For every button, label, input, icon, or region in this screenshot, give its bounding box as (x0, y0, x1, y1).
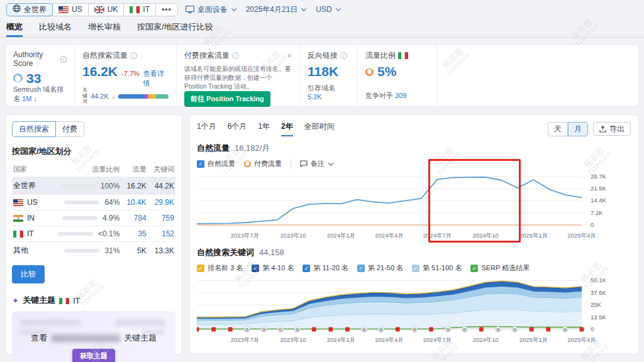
nav-tab-按国家/地区进行比较[interactable]: 按国家/地区进行比较 (137, 21, 213, 37)
region-tab-全世界[interactable]: 全世界 (6, 3, 53, 16)
legend-item[interactable]: ✓第 51-100 名 (412, 263, 462, 273)
svg-text:2025年4月: 2025年4月 (567, 336, 596, 343)
legend-item[interactable]: ✓SERP 精选结果 (470, 263, 530, 273)
notes-dropdown[interactable]: 备注 (300, 159, 333, 168)
svg-text:G: G (296, 327, 299, 332)
region-tab-label: UK (108, 5, 118, 14)
country-label: 全世界 (13, 180, 36, 191)
range-tab-全部时间[interactable]: 全部时间 (304, 121, 335, 136)
nav-tab-增长审核[interactable]: 增长审核 (88, 21, 121, 37)
table-row[interactable]: 全世界100%16.2K44.2K (12, 177, 175, 195)
svg-text:2024年7月: 2024年7月 (423, 336, 452, 343)
compare-button[interactable]: 比较 (12, 265, 45, 283)
granularity-toggle: 天月 (548, 122, 588, 136)
region-tab-uk[interactable]: UK (88, 3, 124, 16)
range-tab-1个月[interactable]: 1个月 (197, 121, 216, 136)
legend-item[interactable]: ✓排名前 3 名 (197, 263, 243, 273)
topics-title: 关键主题 (23, 295, 55, 306)
table-row[interactable]: IT<0.1%35152 (12, 226, 175, 242)
keywords-chart[interactable]: 012.5K25K37.6K50.1K2023年7月2023年102024年1月… (197, 273, 631, 347)
legend-item[interactable]: ✓第 11-20 名 (303, 263, 348, 273)
granularity-天[interactable]: 天 (548, 122, 568, 136)
traffic-value: 35 (121, 226, 147, 242)
svg-text:G: G (513, 327, 517, 332)
svg-text:25K: 25K (591, 301, 602, 308)
traffic-value: 784 (121, 211, 147, 226)
share-cell: 64% (44, 195, 121, 211)
svg-text:2024年10: 2024年10 (472, 232, 498, 239)
competitors-value[interactable]: 309 (395, 92, 406, 99)
device-dropdown[interactable]: 桌面设备 (183, 4, 238, 15)
legend-label: 第 11-20 名 (313, 263, 348, 273)
more-regions-button[interactable]: ••• (155, 3, 178, 16)
share-bar-track (58, 232, 93, 236)
range-tab-6个月[interactable]: 6个月 (228, 121, 247, 136)
organic-traffic-chart[interactable]: 07.2K14.4K21.5K28.7K2023年7月2023年102024年1… (197, 168, 631, 243)
svg-text:G: G (463, 327, 467, 332)
authority-score-section: Authority Scorei 33 Semrush 域名排名 1M ↓ (6, 45, 75, 106)
share-value: 4.9% (103, 214, 119, 222)
position-tracking-button[interactable]: 前往 Position Tracking (184, 91, 270, 107)
semrush-domain-overview-page: 全世界USUKIT••• 桌面设备 2025年4月21日 USD 概览比较域名增… (0, 0, 644, 362)
region-tab-us[interactable]: US (52, 3, 88, 16)
date-dropdown[interactable]: 2025年4月21日 (243, 4, 309, 15)
keywords-value: 152 (148, 226, 175, 242)
keywords-value: 44.2K (148, 177, 175, 195)
view-details-link[interactable]: 查看详情 (143, 69, 169, 88)
ref-domains-value[interactable]: 5.2K (308, 93, 322, 101)
italy-flag-icon (398, 52, 408, 59)
overlay-prefix: 查看 (31, 333, 47, 343)
domain-rank-value[interactable]: 1M (22, 95, 31, 102)
svg-text:2025年1月: 2025年1月 (519, 232, 548, 239)
legend-label: 付费流量 (254, 159, 282, 168)
table-row[interactable]: 其他31%5K13.3K (12, 242, 175, 260)
legend-paid-traffic[interactable]: 付费流量 (244, 159, 282, 168)
svg-text:G: G (496, 327, 500, 332)
date-label: 2025年4月21日 (246, 4, 298, 15)
legend-label: 自然流量 (208, 159, 235, 168)
info-icon[interactable]: i (130, 52, 137, 59)
countries-heading: 按国家/地区划分 (12, 146, 175, 157)
range-tab-1年[interactable]: 1年 (258, 121, 270, 136)
svg-text:G: G (413, 327, 416, 332)
range-tab-2年[interactable]: 2年 (281, 121, 293, 136)
gauge-icon (13, 74, 23, 83)
table-row[interactable]: US64%10.4K29.9K (12, 195, 175, 211)
region-tab-it[interactable]: IT (123, 3, 155, 16)
checkbox-checked-icon: ✓ (470, 265, 478, 272)
traffic-share-value: 5% (377, 65, 396, 78)
keywords-count[interactable]: 44.2K (91, 92, 109, 100)
share-cell: 31% (44, 242, 121, 260)
legend-item[interactable]: ✓第 21-50 名 (357, 263, 403, 273)
paid-traffic-section: 付费搜索流量i✕ 该域名可能是新的或现在没有排名。要获得付费流量的数据，创建一个… (177, 45, 300, 106)
currency-dropdown[interactable]: USD (313, 5, 342, 14)
chevron-down-icon (335, 6, 340, 11)
granularity-月[interactable]: 月 (568, 122, 588, 136)
share-value: <0.1% (98, 229, 119, 238)
legend-item[interactable]: ✓第 4-10 名 (252, 263, 294, 273)
legend-organic-traffic[interactable]: ✓ 自然流量 (197, 159, 235, 168)
comment-icon (300, 160, 308, 167)
topics-heading: ✦ 关键主题 IT (12, 295, 175, 306)
info-icon[interactable]: i (60, 56, 67, 63)
toggle-自然搜索[interactable]: 自然搜索 (12, 121, 56, 137)
nav-tab-概览[interactable]: 概览 (6, 21, 23, 37)
share-bar-track (64, 249, 99, 253)
keywords-chart-title: 自然搜索关键词 44,158 (197, 247, 631, 258)
info-icon[interactable]: i (232, 52, 239, 59)
chevron-down-icon (231, 6, 236, 11)
blurred-text (21, 320, 81, 326)
blurred-text (115, 320, 165, 326)
toggle-付费[interactable]: 付费 (56, 121, 84, 137)
share-cell: 100% (44, 177, 121, 195)
nav-tab-比较域名[interactable]: 比较域名 (39, 21, 72, 37)
get-topics-button[interactable]: 获取主题 (72, 349, 115, 362)
table-row[interactable]: IN4.9%784759 (12, 211, 175, 226)
close-icon[interactable]: ✕ (287, 53, 292, 59)
svg-text:G: G (262, 327, 266, 332)
monitor-icon (186, 6, 194, 13)
export-button[interactable]: 导出 (593, 122, 631, 136)
organic-traffic-value: 16.2K (82, 65, 118, 78)
info-icon[interactable]: i (340, 52, 347, 59)
checkbox-checked-icon: ✓ (252, 265, 259, 272)
